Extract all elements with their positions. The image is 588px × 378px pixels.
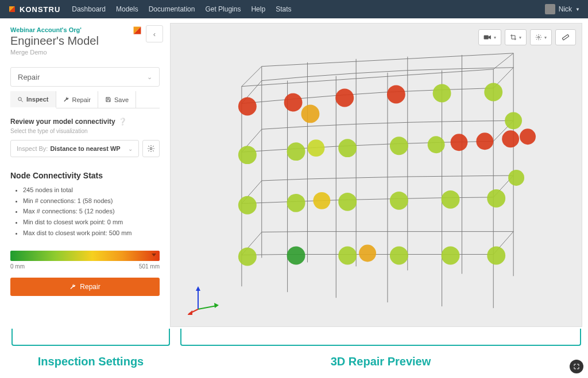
svg-point-54 xyxy=(338,247,357,265)
svg-line-61 xyxy=(198,306,216,309)
chevron-down-icon: ▾ xyxy=(519,35,521,40)
annotations: Inspection Settings 3D Repair Preview xyxy=(11,332,581,373)
nav-get-plugins[interactable]: Get Plugins xyxy=(205,5,241,13)
search-icon xyxy=(17,96,24,103)
svg-point-38 xyxy=(390,137,408,155)
nav-links: Dashboard Models Documentation Get Plugi… xyxy=(72,5,291,13)
viewport-3d[interactable]: ▾ ▾ ▾ xyxy=(170,23,582,327)
svg-point-35 xyxy=(287,142,305,161)
review-subtext: Select the type of visualization xyxy=(10,128,160,134)
camera-menu-button[interactable]: ▾ xyxy=(478,29,501,45)
inspect-settings-button[interactable] xyxy=(142,140,160,157)
svg-point-26 xyxy=(238,98,257,116)
svg-point-55 xyxy=(359,245,376,262)
avatar xyxy=(545,4,555,14)
svg-point-32 xyxy=(484,83,502,102)
nav-help[interactable]: Help xyxy=(251,5,265,13)
stat-item: Min dist to closest work point: 0 mm xyxy=(23,217,160,228)
svg-point-51 xyxy=(508,170,524,186)
svg-rect-3 xyxy=(484,36,489,40)
svg-marker-60 xyxy=(196,286,200,291)
top-nav: KONSTRU Dashboard Models Documentation G… xyxy=(0,0,588,18)
svg-point-29 xyxy=(335,89,354,107)
svg-point-42 xyxy=(502,130,519,147)
user-menu[interactable]: Nick ▼ xyxy=(545,4,580,14)
save-icon xyxy=(105,96,111,103)
svg-point-36 xyxy=(307,139,324,157)
mode-select[interactable]: Repair ⌄ xyxy=(10,67,160,87)
stat-item: 245 nodes in total xyxy=(23,185,160,196)
svg-point-43 xyxy=(520,128,536,145)
svg-point-2 xyxy=(150,147,152,150)
svg-point-31 xyxy=(433,84,451,103)
chevron-down-icon: ⌄ xyxy=(128,146,133,152)
settings-menu-button[interactable]: ▾ xyxy=(530,29,552,45)
svg-rect-5 xyxy=(562,34,569,40)
nav-stats[interactable]: Stats xyxy=(276,5,291,13)
chevron-down-icon: ⌄ xyxy=(147,73,152,81)
legend-gradient[interactable] xyxy=(10,251,160,261)
svg-point-46 xyxy=(313,192,330,209)
stat-item: Min # connections: 1 (58 nodes) xyxy=(23,196,160,206)
nav-documentation[interactable]: Documentation xyxy=(149,5,195,13)
camera-icon xyxy=(483,34,492,40)
color-legend: 0 mm 501 mm xyxy=(10,251,160,270)
review-heading: Review your model connectivity ❔ xyxy=(10,118,160,126)
repair-button[interactable]: Repair xyxy=(10,278,160,296)
stats-list: 245 nodes in total Min # connections: 1 … xyxy=(10,185,160,238)
crop-menu-button[interactable]: ▾ xyxy=(505,29,527,45)
legend-max: 501 mm xyxy=(139,263,160,270)
annotation-left: Inspection Settings xyxy=(38,355,144,368)
inspect-by-value: Distance to nearest WP xyxy=(50,145,120,152)
svg-point-39 xyxy=(428,136,445,153)
collapse-sidebar-button[interactable]: ‹ xyxy=(146,25,163,42)
svg-point-56 xyxy=(390,247,408,265)
wrench-icon xyxy=(69,283,76,290)
svg-point-57 xyxy=(442,247,460,265)
viewport-toolbar: ▾ ▾ ▾ xyxy=(478,29,576,45)
svg-point-37 xyxy=(338,139,357,157)
brand-icon xyxy=(8,5,16,13)
repair-button-label: Repair xyxy=(80,283,100,291)
nav-models[interactable]: Models xyxy=(116,5,138,13)
inspect-by-label: Inspect By: xyxy=(17,145,48,152)
chevron-down-icon: ▾ xyxy=(494,35,496,40)
svg-point-27 xyxy=(284,93,303,112)
svg-point-4 xyxy=(538,37,540,38)
user-name: Nick xyxy=(559,5,572,13)
scene-3d xyxy=(171,24,582,326)
brand-text: KONSTRU xyxy=(20,5,60,14)
svg-point-47 xyxy=(338,193,357,211)
svg-point-49 xyxy=(442,190,460,209)
fullscreen-icon[interactable] xyxy=(570,360,583,373)
tab-inspect[interactable]: Inspect xyxy=(10,91,56,108)
sidebar: ‹ Webinar Account's Org' Engineer's Mode… xyxy=(0,18,170,329)
nav-dashboard[interactable]: Dashboard xyxy=(72,5,106,13)
ruler-icon xyxy=(562,33,570,41)
tab-repair[interactable]: Repair xyxy=(56,91,98,108)
svg-point-52 xyxy=(238,248,257,266)
svg-point-33 xyxy=(505,112,522,129)
tab-bar: Inspect Repair Save xyxy=(10,91,160,108)
tab-repair-label: Repair xyxy=(72,96,91,103)
chevron-left-icon: ‹ xyxy=(153,30,156,38)
gear-icon xyxy=(535,34,542,41)
svg-marker-62 xyxy=(214,303,219,308)
tab-save[interactable]: Save xyxy=(98,91,136,108)
svg-point-0 xyxy=(18,97,21,100)
svg-point-50 xyxy=(487,189,505,208)
measure-button[interactable] xyxy=(555,29,576,45)
stats-heading: Node Connectivity Stats xyxy=(10,171,160,180)
chevron-down-icon: ▾ xyxy=(544,35,547,40)
svg-point-41 xyxy=(476,133,493,150)
brand-logo[interactable]: KONSTRU xyxy=(8,5,60,14)
help-icon[interactable]: ❔ xyxy=(118,118,127,126)
svg-point-45 xyxy=(287,194,305,212)
svg-marker-64 xyxy=(188,310,192,315)
svg-line-1 xyxy=(21,100,23,102)
svg-point-44 xyxy=(238,196,257,215)
axis-gizmo[interactable] xyxy=(188,283,220,315)
svg-point-30 xyxy=(387,85,405,104)
chevron-down-icon: ▼ xyxy=(575,7,580,12)
inspect-by-select[interactable]: Inspect By: Distance to nearest WP ⌄ xyxy=(10,140,139,157)
